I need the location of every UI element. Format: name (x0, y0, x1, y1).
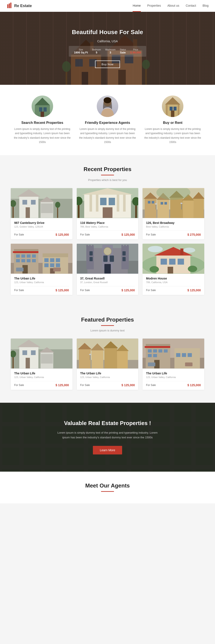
featured-subtitle: Lorem ipsum is dummy text (0, 329, 215, 332)
nav-about[interactable]: About us (167, 0, 179, 12)
feature-title-search: Search Recent Properties (13, 121, 72, 125)
property-address-3: Best Valley, California (146, 226, 201, 228)
svg-rect-102 (44, 263, 49, 267)
learn-more-button[interactable]: Learn More (93, 446, 122, 454)
svg-rect-70 (183, 200, 193, 218)
svg-point-138 (150, 266, 159, 272)
svg-rect-172 (164, 349, 168, 352)
featured-title: Featured Properties (0, 316, 215, 323)
hero-detail-bedroom: Bedroom 5 (92, 48, 101, 54)
svg-rect-90 (32, 254, 36, 258)
property-footer-4: For Sale $ 125,000 (14, 286, 69, 292)
nav-blog[interactable]: Blog (202, 0, 208, 12)
svg-rect-43 (13, 205, 14, 218)
featured-price-3: $ 125,000 (187, 384, 201, 387)
svg-rect-181 (148, 362, 155, 366)
featured-name-1: The Urban Life (14, 372, 69, 375)
property-name-4: The Urban Life (14, 277, 69, 280)
property-address-4: 123, Urban Valley, California (14, 281, 69, 284)
property-price-1: $ 125,000 (56, 233, 69, 236)
svg-rect-115 (103, 256, 108, 262)
nav-home[interactable]: Home (133, 0, 141, 12)
feature-image-search (32, 96, 53, 117)
property-img-5 (77, 244, 138, 274)
feature-buy: Buy or Rent Lorem ipsum is simply dummy … (143, 96, 202, 144)
svg-rect-17 (145, 68, 147, 85)
nav-properties[interactable]: Properties (147, 0, 161, 12)
property-status-1: For Sale (14, 233, 24, 236)
featured-properties-section: The Urban Life 123, Urban Valley, Califo… (0, 338, 215, 403)
property-name-1: 987 Canteburry Drive (14, 221, 69, 224)
property-card-1: 987 Canteburry Drive 123, Golden Valley,… (11, 188, 72, 239)
featured-img-3 (143, 338, 204, 368)
svg-rect-78 (156, 204, 156, 210)
hero-detail-size: Size 1800 Sq Ft (74, 48, 88, 54)
featured-properties-grid: The Urban Life 123, Urban Valley, Califo… (11, 338, 204, 390)
svg-rect-54 (123, 194, 126, 212)
property-img-6 (143, 244, 204, 274)
property-card-6: Modren House 789, California, USA For Sa… (143, 244, 204, 295)
recent-section-header: Recent Properties Properties which is be… (0, 155, 215, 188)
hero-title: Beautiful House For Sale (69, 29, 146, 36)
hero-detail-status: Status Sale (120, 48, 126, 54)
agents-title: Meet Our Agents (13, 482, 202, 489)
svg-rect-137 (168, 266, 173, 274)
svg-rect-147 (26, 358, 30, 368)
svg-rect-38 (31, 200, 36, 204)
svg-rect-87 (16, 254, 20, 258)
svg-rect-0 (7, 4, 9, 8)
svg-point-46 (55, 202, 60, 208)
recent-properties-grid: 987 Canteburry Drive 123, Golden Valley,… (11, 188, 204, 295)
svg-rect-134 (161, 259, 167, 265)
svg-rect-37 (22, 200, 27, 204)
property-info-6: Modren House 789, California, USA For Sa… (143, 274, 204, 295)
property-footer-6: For Sale $ 125,000 (146, 286, 201, 292)
features-section: Search Recent Properties Lorem ipsum is … (0, 85, 215, 155)
feature-agents: Friendly Experience Agents Lorem ipsum i… (78, 96, 137, 144)
property-info-5: 37, Great Russell 37, London, Great Russ… (77, 274, 138, 295)
featured-address-2: 123, Urban Valley, California (80, 376, 135, 378)
property-price-6: $ 125,000 (187, 288, 201, 292)
feature-text-buy: Lorem ipsum is simply dummy text of the … (143, 127, 202, 144)
cta-section: Valuable Real Estate Properties ! Lorem … (0, 403, 215, 472)
property-address-6: 789, California, USA (146, 281, 201, 284)
svg-rect-89 (27, 254, 31, 258)
svg-rect-121 (104, 264, 111, 273)
svg-rect-51 (89, 194, 92, 212)
hero-section: Beautiful House For Sale California, USA… (0, 12, 215, 85)
nav-links: Home Properties About us Contact Blog (133, 0, 208, 12)
cta-title: Valuable Real Estate Properties ! (13, 420, 202, 426)
property-info-4: The Urban Life 123, Urban Valley, Califo… (11, 274, 72, 295)
recent-subtitle: Properties which is best for you (0, 178, 215, 182)
svg-rect-28 (170, 107, 173, 110)
svg-rect-77 (164, 202, 167, 204)
svg-rect-7 (82, 72, 88, 85)
svg-rect-75 (152, 201, 154, 204)
logo: Re Estate (7, 2, 133, 10)
svg-rect-117 (89, 251, 93, 256)
feature-text-search: Lorem ipsum is simply dummy text of the … (13, 127, 72, 144)
logo-text: Re Estate (14, 4, 32, 8)
property-status-3: For Sale (146, 233, 156, 236)
svg-rect-93 (27, 259, 31, 262)
svg-rect-118 (89, 257, 93, 261)
svg-rect-124 (92, 245, 94, 247)
nav-contact[interactable]: Contact (186, 0, 196, 12)
svg-rect-22 (44, 107, 47, 112)
featured-info-1: The Urban Life 123, Urban Valley, Califo… (11, 368, 72, 390)
svg-rect-91 (16, 259, 20, 262)
svg-rect-94 (32, 259, 36, 262)
featured-footer-3: For Sale $ 125,000 (146, 381, 201, 387)
svg-rect-55 (100, 198, 106, 205)
svg-rect-13 (118, 70, 126, 85)
svg-rect-101 (56, 258, 60, 262)
svg-rect-159 (104, 348, 117, 368)
svg-rect-122 (86, 245, 88, 247)
svg-rect-15 (66, 70, 67, 85)
feature-title-buy: Buy or Rent (143, 121, 202, 125)
property-status-5: For Sale (80, 289, 90, 292)
hero-location: California, USA (69, 40, 146, 43)
svg-rect-135 (169, 259, 176, 265)
buy-now-button[interactable]: Buy Now (95, 60, 120, 68)
svg-rect-96 (13, 251, 39, 253)
